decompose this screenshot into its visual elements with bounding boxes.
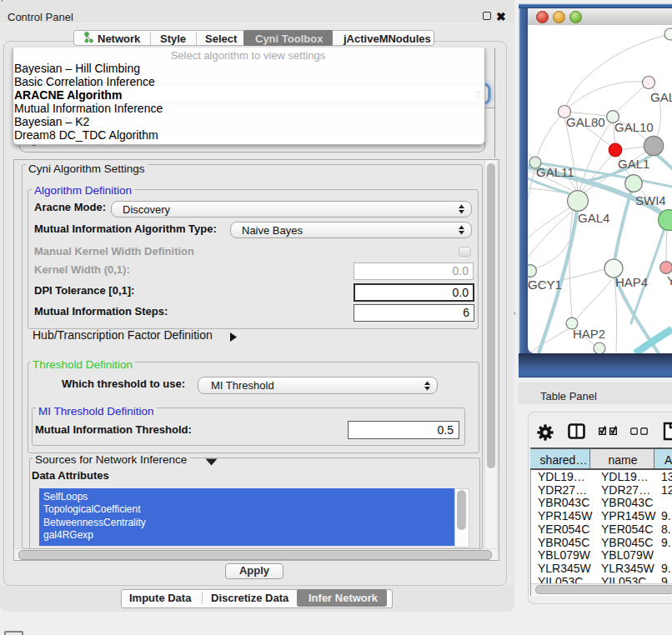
svg-text:HAP2: HAP2	[573, 327, 605, 341]
svg-text:GAL80: GAL80	[566, 115, 605, 129]
svg-text:GAL2: GAL2	[650, 90, 672, 104]
svg-text:GAL4: GAL4	[578, 211, 609, 225]
svg-text:GCY1: GCY1	[528, 278, 562, 292]
svg-text:GAL1: GAL1	[618, 157, 649, 171]
svg-text:HAP4: HAP4	[615, 275, 648, 289]
svg-text:GAL11: GAL11	[536, 165, 574, 179]
svg-text:Y: Y	[667, 273, 672, 288]
svg-text:GAL10: GAL10	[614, 120, 654, 134]
svg-text:SWI4: SWI4	[635, 193, 666, 208]
